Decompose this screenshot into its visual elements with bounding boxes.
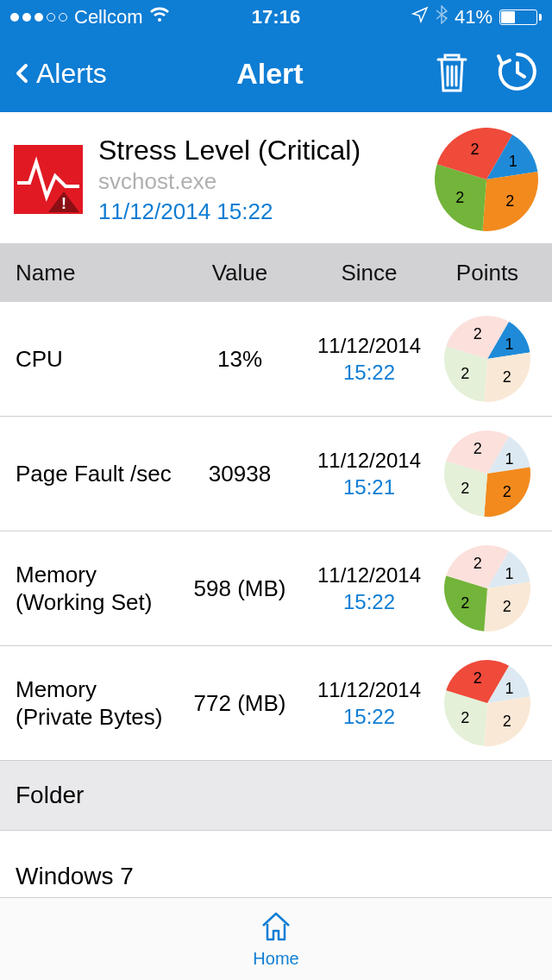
col-points-header: Points — [438, 260, 536, 286]
row-name: CPU — [16, 345, 179, 374]
folder-section-label: Folder — [16, 782, 84, 809]
summary-pie-chart: 1222 — [435, 128, 538, 231]
chevron-left-icon — [12, 63, 33, 84]
history-icon — [495, 49, 540, 94]
home-icon — [259, 910, 293, 947]
battery-pct-label: 41% — [455, 6, 492, 28]
tab-bar: Home — [0, 897, 552, 980]
pie-slice-label: 2 — [461, 365, 469, 383]
pie-slice-label: 2 — [470, 141, 479, 159]
pie-slice-label: 1 — [505, 335, 514, 353]
history-button[interactable] — [495, 49, 540, 97]
folder-name: Windows 7 — [16, 863, 134, 890]
nav-title: Alert — [236, 57, 303, 91]
row-name: Memory (Private Bytes) — [16, 675, 179, 732]
status-left: Cellcom — [10, 6, 183, 28]
row-value: 772 (MB) — [179, 690, 300, 717]
table-header: Name Value Since Points — [0, 243, 552, 302]
col-value-header: Value — [179, 260, 300, 286]
row-pie-chart: 1222 — [444, 660, 530, 746]
row-pie-chart: 1222 — [444, 430, 530, 517]
alert-process: svchost.exe — [98, 168, 419, 195]
table-row[interactable]: CPU 13% 11/12/201415:22 1222 — [0, 302, 552, 417]
row-since: 11/12/201415:22 — [300, 562, 438, 615]
pie-slice-label: 2 — [503, 368, 511, 386]
table-row[interactable]: Memory (Working Set) 598 (MB) 11/12/2014… — [0, 531, 552, 646]
table-row[interactable]: Memory (Private Bytes) 772 (MB) 11/12/20… — [0, 646, 552, 760]
pie-slice-label: 2 — [461, 480, 469, 498]
pie-slice-label: 2 — [503, 598, 511, 616]
pie-slice-label: 2 — [474, 325, 482, 343]
pie-slice-label: 2 — [474, 440, 482, 458]
row-pie-chart: 1222 — [444, 545, 530, 631]
alert-timestamp: 11/12/2014 15:22 — [98, 198, 419, 225]
pie-slice-label: 1 — [505, 679, 514, 697]
row-value: 13% — [179, 346, 300, 373]
status-time: 17:16 — [252, 6, 300, 28]
pie-slice-label: 1 — [505, 564, 514, 582]
row-name: Page Fault /sec — [16, 460, 179, 488]
pie-slice-label: 2 — [474, 669, 482, 688]
alert-summary: ! Stress Level (Critical) svchost.exe 11… — [0, 112, 552, 243]
row-value: 30938 — [179, 461, 300, 487]
table-row[interactable]: Page Fault /sec 30938 11/12/201415:21 12… — [0, 417, 552, 531]
row-since: 11/12/201415:21 — [300, 447, 438, 500]
trash-icon — [433, 49, 471, 94]
row-pie-chart: 1222 — [444, 316, 530, 402]
status-right: 41% — [369, 5, 542, 29]
tab-home-label: Home — [253, 949, 298, 969]
pie-slice-label: 2 — [455, 188, 464, 206]
tab-home[interactable]: Home — [253, 910, 298, 969]
svg-text:!: ! — [61, 195, 66, 212]
carrier-label: Cellcom — [74, 6, 142, 28]
col-since-header: Since — [300, 260, 438, 286]
back-label: Alerts — [36, 58, 107, 90]
nav-bar: Alerts Alert — [0, 35, 552, 112]
pie-slice-label: 2 — [503, 483, 511, 501]
delete-button[interactable] — [433, 49, 471, 97]
pie-slice-label: 2 — [505, 192, 514, 210]
pie-slice-label: 2 — [461, 709, 469, 727]
row-name: Memory (Working Set) — [16, 561, 179, 617]
row-since: 11/12/201415:22 — [300, 676, 438, 730]
battery-icon — [499, 9, 542, 25]
status-bar: Cellcom 17:16 41% — [0, 0, 552, 35]
pie-slice-label: 2 — [474, 555, 482, 573]
signal-dots-icon — [10, 13, 67, 22]
pie-slice-label: 2 — [461, 594, 469, 612]
location-icon — [411, 6, 429, 28]
alert-icon: ! — [14, 145, 83, 214]
alert-title: Stress Level (Critical) — [98, 135, 419, 166]
folder-section-header: Folder — [0, 760, 552, 831]
back-button[interactable]: Alerts — [12, 58, 107, 90]
bluetooth-icon — [436, 5, 448, 29]
row-value: 598 (MB) — [179, 575, 300, 602]
pie-slice-label: 2 — [503, 713, 511, 731]
col-name-header: Name — [16, 260, 179, 286]
pie-slice-label: 1 — [509, 153, 518, 171]
wifi-icon — [149, 6, 170, 28]
row-since: 11/12/201415:22 — [300, 332, 438, 386]
pie-slice-label: 1 — [505, 449, 514, 468]
